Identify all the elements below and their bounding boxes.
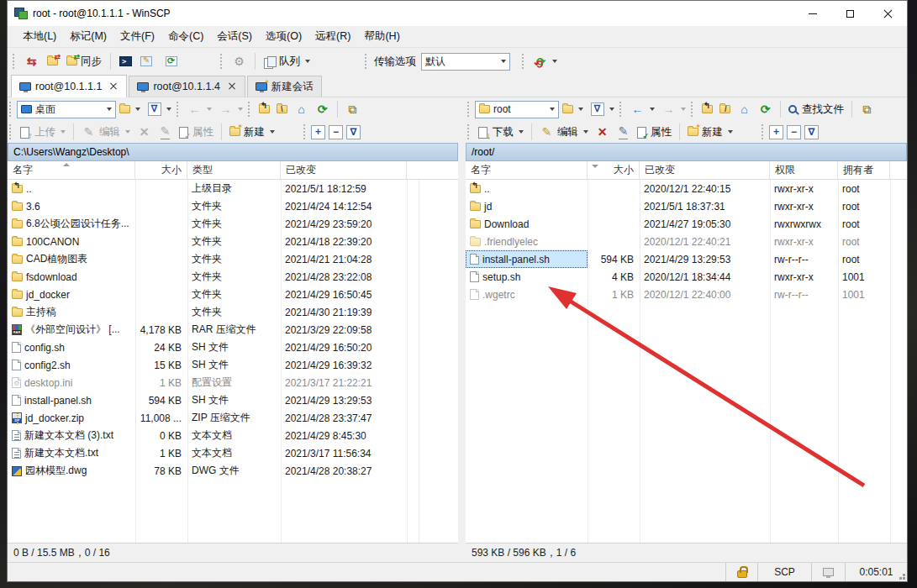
- toolbar-grip[interactable]: [303, 124, 307, 139]
- remote-open-directory-button[interactable]: [559, 99, 587, 119]
- file-row[interactable]: 园林模型.dwg78 KBDWG 文件2021/4/28 20:38:27: [8, 462, 458, 480]
- close-tab-icon[interactable]: [227, 81, 237, 92]
- synchronize-browsing-button[interactable]: [43, 50, 62, 72]
- column-header[interactable]: 类型: [187, 161, 281, 179]
- file-row[interactable]: install-panel.sh594 KBSH 文件2021/4/29 13:…: [8, 391, 458, 409]
- local-filter-button[interactable]: [144, 99, 175, 119]
- toolbar-grip[interactable]: [522, 54, 525, 69]
- panel-splitter[interactable]: [458, 143, 466, 161]
- file-row[interactable]: jd2021/5/1 18:37:31rwxr-xr-xroot: [466, 197, 907, 215]
- panel-splitter[interactable]: [458, 180, 466, 543]
- panel-splitter[interactable]: [458, 161, 466, 180]
- protocol-status[interactable]: SCP: [757, 563, 811, 581]
- session-duration[interactable]: 0:05:01: [845, 563, 907, 581]
- file-row[interactable]: Download2021/4/27 19:05:30rwxrwxrwxroot: [466, 215, 907, 233]
- custom-commands-button[interactable]: [136, 50, 156, 72]
- file-row[interactable]: 3.6文件夹2021/4/24 14:12:54: [8, 197, 458, 215]
- remote-forward-button[interactable]: [658, 99, 689, 119]
- remote-tree-button[interactable]: [856, 99, 877, 119]
- encryption-status[interactable]: [725, 563, 757, 581]
- column-header[interactable]: 拥有者: [838, 161, 890, 179]
- local-home-directory-button[interactable]: [291, 99, 312, 119]
- toolbar-grip[interactable]: [365, 54, 368, 69]
- menu-item[interactable]: 标记(M): [63, 26, 113, 47]
- local-tree-button[interactable]: [342, 99, 363, 119]
- menu-item[interactable]: 帮助(H): [357, 26, 406, 47]
- maximize-button[interactable]: [831, 1, 869, 26]
- local-open-directory-button[interactable]: [116, 99, 144, 119]
- new-session-tab[interactable]: 新建会话: [247, 76, 322, 97]
- menu-item[interactable]: 命令(C): [161, 26, 210, 47]
- compare-directories-button[interactable]: [20, 50, 43, 72]
- remote-home-directory-button[interactable]: [734, 99, 755, 119]
- file-row[interactable]: install-panel.sh594 KB2021/4/29 13:29:53…: [466, 250, 907, 268]
- remote-properties-button[interactable]: 属性: [634, 122, 675, 142]
- file-row[interactable]: jd_docker文件夹2021/4/29 16:50:45: [8, 286, 458, 303]
- column-header[interactable]: 名字: [466, 161, 588, 179]
- toolbar-grip[interactable]: [467, 124, 471, 139]
- local-edit-button[interactable]: 编辑: [78, 122, 134, 142]
- toolbar-grip[interactable]: [13, 54, 16, 69]
- toolbar-grip[interactable]: [248, 102, 251, 117]
- transfer-preset-combo[interactable]: 默认: [421, 53, 510, 71]
- column-header[interactable]: 大小: [135, 161, 187, 179]
- column-header[interactable]: 权限: [770, 161, 838, 179]
- file-row[interactable]: 100CANON文件夹2021/4/18 22:39:20: [8, 233, 458, 250]
- file-row[interactable]: desktop.ini1 KB配置设置2021/3/17 21:22:21: [8, 374, 458, 391]
- toolbar-grip[interactable]: [9, 102, 13, 117]
- selection-filter-button[interactable]: ∇: [804, 125, 819, 139]
- file-row[interactable]: 新建文本文档.txt1 KB文本文档2021/3/17 11:56:34: [8, 444, 458, 462]
- menu-item[interactable]: 远程(R): [308, 26, 357, 47]
- file-row[interactable]: fsdownload文件夹2021/4/28 23:22:08: [8, 268, 458, 286]
- file-row[interactable]: 《外部空间设计》 [...4,178 KBRAR 压缩文件2021/3/29 2…: [8, 321, 458, 339]
- local-properties-button[interactable]: 属性: [176, 122, 217, 142]
- select-files-button[interactable]: +: [311, 125, 325, 139]
- remote-rename-button[interactable]: [613, 122, 634, 142]
- file-row[interactable]: config2.sh15 KBSH 文件2021/4/29 16:39:32: [8, 356, 458, 374]
- menu-item[interactable]: 会话(S): [210, 26, 259, 47]
- close-button[interactable]: [869, 1, 907, 26]
- open-console-button[interactable]: [115, 50, 136, 72]
- local-drive-combo[interactable]: 桌面: [17, 101, 116, 118]
- local-new-button[interactable]: 新建: [226, 122, 278, 142]
- panel-splitter[interactable]: [458, 97, 466, 121]
- synchronize-button[interactable]: 同步: [62, 50, 106, 72]
- remote-new-button[interactable]: 新建: [684, 122, 736, 142]
- preferences-button[interactable]: [228, 50, 250, 72]
- toolbar-grip[interactable]: [691, 102, 694, 117]
- toolbar-grip[interactable]: [177, 102, 180, 117]
- remote-path-bar[interactable]: /root/: [466, 143, 907, 161]
- column-header[interactable]: 已改变: [640, 161, 770, 179]
- file-row[interactable]: 主持稿文件夹2021/4/30 21:19:39: [8, 303, 458, 321]
- transfer-mode-button[interactable]: [530, 50, 561, 72]
- toolbar-grip[interactable]: [619, 102, 623, 117]
- remote-edit-button[interactable]: 编辑: [536, 122, 592, 142]
- remote-back-button[interactable]: [627, 99, 658, 119]
- column-header[interactable]: 已改变: [281, 161, 407, 179]
- file-row[interactable]: jd_docker.zip11,008 ...ZIP 压缩文件2021/4/28…: [8, 409, 458, 427]
- file-row[interactable]: ..上级目录2021/5/1 18:12:59: [8, 180, 458, 197]
- toolbar-grip[interactable]: [9, 124, 13, 139]
- selection-filter-button[interactable]: ∇: [346, 125, 361, 139]
- connection-status[interactable]: [811, 563, 845, 581]
- file-row[interactable]: CAD植物图表文件夹2021/4/21 21:04:28: [8, 250, 458, 268]
- menu-item[interactable]: 选项(O): [259, 26, 308, 47]
- toolbar-grip[interactable]: [220, 54, 224, 69]
- session-tab[interactable]: root@10.1.1.1: [11, 75, 127, 97]
- session-tab[interactable]: root@10.1.1.4: [129, 76, 245, 97]
- remote-root-directory-button[interactable]: [716, 99, 734, 119]
- remote-parent-directory-button[interactable]: [698, 99, 716, 119]
- resize-grip-icon[interactable]: [903, 577, 905, 580]
- remote-filter-button[interactable]: [587, 99, 618, 119]
- local-root-directory-button[interactable]: [273, 99, 291, 119]
- close-tab-icon[interactable]: [108, 81, 119, 92]
- file-row[interactable]: 新建文本文档 (3).txt0 KB文本文档2021/4/29 8:45:30: [8, 427, 458, 444]
- local-path-bar[interactable]: C:\Users\Wangz\Desktop\: [8, 143, 458, 161]
- file-row[interactable]: ..2020/12/1 22:40:15rwxr-xr-xroot: [466, 180, 907, 197]
- toolbar-grip[interactable]: [762, 124, 765, 139]
- file-row[interactable]: 6.8公顷公园设计任务...文件夹2021/4/29 23:59:20: [8, 215, 458, 233]
- refresh-session-button[interactable]: [161, 50, 182, 72]
- local-parent-directory-button[interactable]: [256, 99, 273, 119]
- select-files-button[interactable]: +: [769, 125, 783, 139]
- minimize-button[interactable]: [793, 1, 831, 26]
